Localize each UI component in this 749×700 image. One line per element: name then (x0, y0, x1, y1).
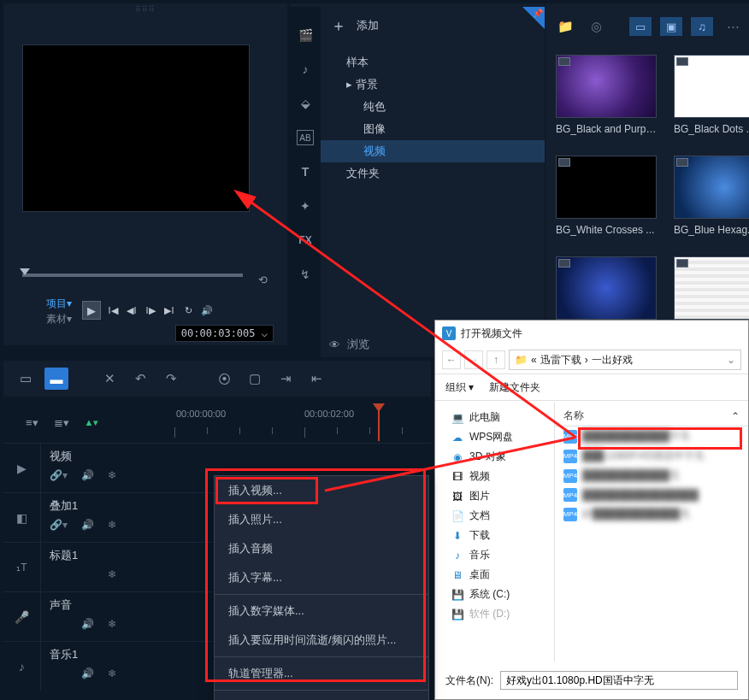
link-icon[interactable]: 🔗▾ (50, 469, 68, 481)
thumb-bg-stripes[interactable] (674, 256, 749, 320)
file-item[interactable]: MP4好████████████无 (555, 504, 748, 524)
dialog-titlebar[interactable]: V 打开视频文件 (435, 321, 748, 346)
nav-documents[interactable]: 📄文档 (435, 506, 554, 526)
media-icon[interactable]: 🎬 (297, 27, 314, 43)
thumb-bg-purple[interactable]: BG_Black and Purpl... (556, 55, 657, 135)
menu-insert-photo[interactable]: 插入照片... (215, 505, 428, 534)
menu-insert-subtitle[interactable]: 插入字幕... (215, 563, 428, 592)
preview-viewport[interactable] (22, 44, 250, 212)
undo-button[interactable]: ↶ (128, 368, 152, 390)
mute-icon[interactable]: 🔊 (81, 519, 94, 531)
tab-project[interactable]: 项目▾ (46, 296, 72, 311)
lock-icon[interactable]: ❄ (108, 668, 116, 679)
track-options-icon[interactable]: ≡▾ (26, 416, 38, 429)
tools-icon[interactable]: ✕ (97, 368, 121, 390)
file-item[interactable]: MP4███.1080P.HD国语中字无 (555, 446, 748, 466)
tree-solid[interactable]: 纯色 (334, 96, 538, 118)
thumb-bg-crosses[interactable]: BG_White Crosses ... (556, 156, 657, 236)
tree-sample[interactable]: 样本 (334, 51, 538, 74)
record-icon[interactable]: ⦿ (212, 368, 236, 390)
storyboard-view-button[interactable]: ▭ (14, 368, 38, 390)
lock-icon[interactable]: ❄ (108, 469, 116, 481)
timeline-view-button[interactable]: ▬ (44, 368, 68, 390)
up-button[interactable]: ↑ (487, 350, 505, 369)
organize-button[interactable]: 组织 ▾ (445, 380, 474, 395)
thumb-bg-swirl[interactable] (556, 256, 657, 320)
lock-icon[interactable]: ❄ (108, 618, 116, 630)
nav-downloads[interactable]: ⬇下载 (435, 526, 554, 545)
graphics-icon[interactable]: ✦ (297, 198, 314, 214)
mute-icon[interactable]: 🔊 (81, 469, 94, 481)
tree-background[interactable]: ▸ 背景 (334, 74, 538, 96)
audio-icon[interactable]: ♪ (297, 62, 314, 77)
nav-sysc[interactable]: 💾系统 (C:) (435, 585, 554, 604)
filename-input[interactable] (500, 671, 738, 690)
preview-scrubber[interactable] (22, 274, 243, 277)
lock-icon[interactable]: ❄ (108, 568, 116, 580)
tab-material[interactable]: 素材▾ (46, 311, 72, 326)
title-icon[interactable]: AB (297, 130, 314, 145)
menu-insert-digital[interactable]: 插入数字媒体... (215, 597, 428, 626)
capture-icon[interactable]: ◎ (585, 17, 607, 36)
filter-video-icon[interactable]: ▭ (629, 17, 652, 36)
slip-icon[interactable]: ⇤ (304, 368, 328, 390)
link-icon[interactable]: 🔗▾ (50, 519, 68, 531)
volume-button[interactable]: 🔊 (200, 305, 214, 316)
filter-more-icon[interactable]: ⋯ (722, 17, 744, 36)
path-icon[interactable]: ↯ (297, 267, 314, 282)
mute-icon[interactable]: 🔊 (81, 668, 94, 679)
fx-icon[interactable]: FX (297, 232, 314, 248)
file-item[interactable]: MP4████████████████ (555, 485, 748, 504)
go-start-button[interactable]: I◀ (106, 305, 120, 316)
add-track-icon[interactable]: ▲▾ (85, 417, 99, 428)
file-item[interactable]: MP4████████████字无 (555, 426, 748, 446)
breadcrumb[interactable]: 📁 « 迅雷下载› 一出好戏 ⌄ (509, 350, 741, 370)
new-folder-button[interactable]: 新建文件夹 (489, 380, 540, 395)
transition-icon[interactable]: ⬙ (297, 96, 314, 111)
nav-video[interactable]: 🎞视频 (435, 467, 554, 486)
plus-icon[interactable]: ＋ (331, 15, 346, 36)
track-height-icon[interactable]: ≣▾ (54, 416, 69, 429)
go-end-button[interactable]: ▶I (162, 305, 176, 316)
filter-audio-icon[interactable]: ♫ (691, 17, 713, 36)
add-label[interactable]: 添加 (357, 18, 379, 33)
column-header-name[interactable]: 名称⌃ (555, 406, 748, 426)
nav-pc[interactable]: 💻此电脑 (435, 408, 554, 427)
file-item[interactable]: MP4████████████无 (555, 466, 748, 485)
tree-video[interactable]: 视频 (321, 140, 545, 162)
nav-3d[interactable]: ◉3D 对象 (435, 447, 554, 467)
forward-button[interactable]: → (464, 350, 483, 369)
menu-track-manager[interactable]: 轨道管理器... (215, 659, 428, 688)
time-ruler[interactable]: 00:00:00:00 00:00:02:00 (174, 403, 431, 441)
nav-desktop[interactable]: 🖥桌面 (435, 565, 554, 585)
prev-frame-button[interactable]: ◀I (125, 305, 139, 316)
nav-music[interactable]: ♪音乐 (435, 545, 554, 565)
timecode-display[interactable]: 00:00:03:005 ⌵ (175, 325, 274, 342)
back-button[interactable]: ← (442, 350, 461, 369)
browse-button[interactable]: 👁 浏览 (329, 337, 369, 352)
loop-button[interactable]: ↻ (181, 305, 195, 316)
nav-softd[interactable]: 💾软件 (D:) (435, 604, 554, 624)
next-frame-button[interactable]: I▶ (144, 305, 157, 316)
tree-image[interactable]: 图像 (334, 118, 538, 140)
thumb-bg-hexagon[interactable]: BG_Blue Hexag... (674, 156, 749, 236)
text-icon[interactable]: T (297, 164, 314, 179)
split-icon[interactable]: ⇥ (274, 368, 298, 390)
menu-insert-audio[interactable]: 插入音频 (215, 534, 428, 563)
thumb-bg-dots[interactable]: BG_Black Dots ... (674, 55, 749, 135)
play-button[interactable]: ▶ (82, 301, 101, 320)
menu-insert-timelapse[interactable]: 插入要应用时间流逝/频闪的照片... (215, 626, 428, 655)
nav-wps[interactable]: ☁WPS网盘 (435, 427, 554, 447)
nav-pictures[interactable]: 🖼图片 (435, 486, 554, 506)
marker-icon[interactable]: ▢ (243, 368, 267, 390)
playhead-handle[interactable] (373, 403, 385, 412)
lock-icon[interactable]: ❄ (108, 519, 116, 531)
filter-photo-icon[interactable]: ▣ (660, 17, 682, 36)
tree-folder[interactable]: 文件夹 (334, 162, 538, 185)
panel-grip[interactable]: ⠿⠿⠿ (135, 5, 156, 14)
redo-button[interactable]: ↷ (159, 368, 183, 390)
import-folder-icon[interactable]: 📁 (554, 17, 576, 36)
menu-insert-video[interactable]: 插入视频... (215, 476, 428, 505)
mute-icon[interactable]: 🔊 (81, 618, 94, 630)
swap-icon[interactable]: ⟲ (258, 274, 272, 287)
